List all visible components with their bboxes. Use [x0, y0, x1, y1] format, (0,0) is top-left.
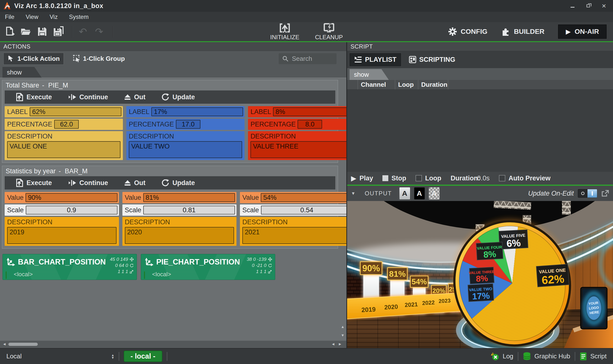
tab-scripting[interactable]: SCRIPTING	[404, 53, 460, 66]
out-button[interactable]: Out	[124, 93, 146, 101]
tab-playlist[interactable]: PLAYLIST	[349, 53, 401, 66]
eject-icon	[124, 94, 131, 101]
description-input[interactable]: VALUE THREE	[251, 141, 346, 158]
horizontal-scrollbar[interactable]: ◄ ◄ ►	[0, 341, 346, 348]
update-on-edit-toggle[interactable]	[578, 189, 597, 198]
execute-button[interactable]: Execute	[16, 93, 52, 101]
output-mode-key-button[interactable]: A	[414, 187, 425, 199]
initialize-icon	[279, 23, 291, 33]
refresh-icon	[161, 179, 170, 187]
search-box[interactable]	[279, 53, 336, 64]
action-bar-chart-position[interactable]: BAR_CHART_POSITION 45 0 149 0 64 0 1 1 1…	[2, 254, 137, 280]
profile-select[interactable]: Local ▲▼	[6, 352, 114, 360]
column-duration: Duration	[418, 80, 448, 90]
pie-label-value-five: VALUE FIVE 6%	[499, 230, 528, 249]
menu-viz[interactable]: Viz	[50, 13, 58, 20]
playlist-body[interactable]	[347, 90, 613, 172]
close-button[interactable]: ×	[600, 2, 608, 10]
play-button[interactable]: ▶ Play	[351, 174, 373, 182]
save-all-button[interactable]	[52, 25, 65, 39]
undo-button[interactable]: ↶	[77, 25, 89, 39]
scrollbar-thumb[interactable]	[8, 343, 38, 346]
click-group-icon	[73, 55, 80, 62]
transform-axes-icon	[6, 258, 15, 266]
continue-icon	[68, 94, 77, 101]
config-button[interactable]: CONFIG	[448, 27, 487, 36]
svg-text:90%: 90%	[362, 263, 380, 273]
update-button[interactable]: Update	[161, 93, 195, 101]
save-button[interactable]	[36, 25, 49, 39]
description-input[interactable]: VALUE TWO	[129, 141, 242, 158]
action-pie-chart-position[interactable]: PIE_CHART_POSITION 38 0 -139 0 -21 0 1 1…	[141, 254, 275, 280]
out-button[interactable]: Out	[124, 179, 146, 187]
search-input[interactable]	[292, 55, 333, 63]
description-input[interactable]: VALUE ONE	[7, 141, 120, 158]
one-click-group-button[interactable]: 1-Click Group	[69, 53, 129, 65]
svg-text:54%: 54%	[412, 277, 427, 286]
collapse-icon[interactable]: ▼	[351, 191, 355, 196]
svg-text:2023: 2023	[438, 298, 451, 304]
bar-cap: 81%	[387, 268, 407, 280]
auto-preview-checkbox[interactable]	[499, 175, 505, 182]
scale-input[interactable]	[143, 206, 235, 214]
percentage-input[interactable]	[176, 120, 200, 129]
loop-checkbox[interactable]	[415, 175, 422, 182]
update-button[interactable]: Update	[161, 179, 195, 187]
cleanup-label: CLEANUP	[315, 34, 343, 41]
graphic-hub-status[interactable]: Graphic Hub	[523, 352, 570, 361]
label-input[interactable]	[30, 107, 121, 116]
menu-view[interactable]: View	[26, 13, 39, 20]
label-input[interactable]	[273, 107, 346, 116]
bar-cap: 54%	[410, 276, 428, 287]
builder-button[interactable]: BUILDER	[501, 27, 544, 36]
open-project-button[interactable]	[20, 25, 32, 39]
output-mode-alpha-button[interactable]: A	[429, 187, 440, 199]
execute-button[interactable]: Execute	[16, 179, 52, 187]
cleanup-button[interactable]: CLEANUP	[315, 23, 343, 41]
maximize-button[interactable]	[585, 2, 592, 10]
label-input[interactable]	[151, 107, 243, 116]
output-mode-fill-button[interactable]: A	[399, 187, 410, 199]
svg-text:8%: 8%	[483, 249, 496, 260]
bar-card-2: Value Scale DESCRIPTION2020	[122, 192, 237, 246]
vertical-scrollbar[interactable]: ▲ ▼	[340, 79, 345, 340]
channel-monitor-icon	[6, 272, 12, 277]
continue-button[interactable]: Continue	[68, 93, 108, 101]
percentage-input[interactable]	[298, 120, 322, 129]
minimize-button[interactable]	[569, 2, 576, 10]
output-bar: ▼ OUTPUT A A A Update On-Edit	[347, 186, 613, 201]
stop-button[interactable]: Stop	[382, 175, 406, 182]
tab-show[interactable]: show	[2, 67, 42, 78]
redo-button[interactable]: ↷	[93, 25, 106, 39]
channel-badge[interactable]: - local -	[124, 351, 162, 362]
description-input[interactable]: 2020	[125, 227, 234, 244]
menubar: File View Viz System	[0, 12, 613, 22]
continue-button[interactable]: Continue	[68, 179, 108, 187]
popout-window-icon[interactable]	[601, 190, 609, 197]
pie-label-value-four: VALUE FOUR 8%	[476, 242, 503, 260]
scale-input[interactable]	[261, 206, 346, 214]
description-input[interactable]: 2021	[242, 227, 346, 244]
log-status[interactable]: Log	[490, 352, 513, 361]
channel-label: <local>	[152, 271, 171, 278]
initialize-button[interactable]: INITIALIZE	[270, 23, 299, 41]
new-project-button[interactable]	[3, 25, 16, 39]
actions-toolbar: 1-Click Action 1-Click Group	[0, 51, 346, 66]
tab-show[interactable]: show	[349, 69, 389, 80]
one-click-action-button[interactable]: 1-Click Action	[3, 53, 64, 65]
value-input[interactable]	[261, 193, 346, 202]
script-status[interactable]: Script	[580, 352, 607, 361]
onair-button[interactable]: ▶ ON-AIR	[558, 25, 607, 39]
output-label: OUTPUT	[365, 190, 392, 197]
menu-file[interactable]: File	[5, 13, 14, 20]
rotate-icon	[130, 263, 134, 267]
description-input[interactable]: 2019	[7, 227, 117, 244]
value-input[interactable]	[143, 193, 235, 202]
scale-input[interactable]	[26, 206, 118, 214]
percentage-input[interactable]	[54, 120, 79, 129]
value-input[interactable]	[26, 193, 117, 202]
menu-system[interactable]: System	[69, 13, 89, 20]
redo-icon: ↷	[95, 26, 103, 37]
onair-label: ON-AIR	[574, 28, 599, 36]
save-icon	[37, 26, 47, 37]
